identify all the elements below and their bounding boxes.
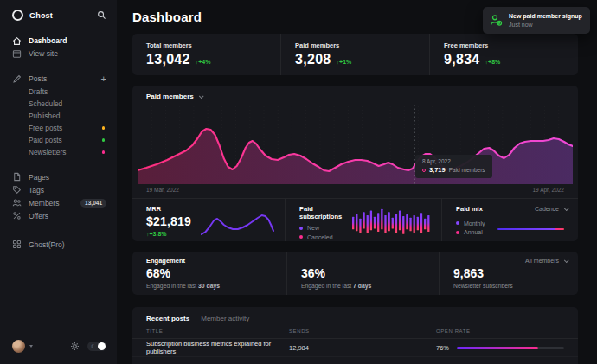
mrr-label: MRR	[146, 205, 191, 213]
paid-mix-label: Paid mix	[456, 205, 483, 213]
engagement-value: 9,863	[453, 266, 578, 280]
mix-monthly-segment	[498, 228, 555, 231]
mrr-value: $21,819	[146, 214, 191, 228]
chevron-down-icon[interactable]	[29, 345, 33, 348]
engagement-30d: Engagement 68% Engaged in the last 30 da…	[132, 252, 286, 295]
sidebar-item-label: Dashboard	[29, 36, 67, 45]
open-rate-bar	[457, 347, 564, 349]
toggle-knob	[98, 342, 106, 350]
sidebar-item-pages[interactable]: Pages	[12, 171, 106, 183]
paid-mix-bar-chart	[498, 228, 564, 231]
stat-delta: ↑+1%	[337, 59, 352, 65]
edit-icon	[12, 74, 22, 84]
search-icon[interactable]	[97, 10, 106, 20]
chevron-down-icon	[564, 206, 569, 211]
sidebar-item-label: Ghost(Pro)	[29, 240, 65, 249]
table-row[interactable]: Subscription business metrics explained …	[132, 339, 578, 357]
tab-recent-posts[interactable]: Recent posts	[146, 315, 189, 322]
sidebar-item-dashboard[interactable]: Dashboard	[12, 35, 106, 47]
all-members-dropdown[interactable]: All members	[525, 258, 568, 264]
members-count-badge: 13,041	[80, 199, 106, 208]
stat-label: Total members	[146, 42, 280, 49]
free-posts-dot	[102, 126, 106, 130]
paid-subscriptions-label: Paid subscriptions	[299, 205, 344, 220]
stat-label: Paid members	[295, 42, 429, 49]
mix-annual-segment	[555, 228, 564, 231]
sidebar-item-label: Paid posts	[29, 136, 62, 144]
chart-tooltip: 8 Apr, 2022 3,719 Paid members	[415, 155, 492, 179]
sidebar-item-ghost-pro[interactable]: Ghost(Pro)	[12, 239, 106, 251]
tag-icon	[12, 185, 22, 195]
percent-icon	[12, 211, 22, 220]
sidebar-item-offers[interactable]: Offers	[12, 210, 106, 222]
members-icon	[12, 198, 22, 208]
tooltip-value: 3,719	[429, 166, 446, 174]
sidebar-item-label: Free posts	[29, 124, 62, 132]
sidebar-item-view-site[interactable]: View site	[12, 48, 106, 60]
chart-x-axis: 19 Mar, 2022 19 Apr, 2022	[132, 184, 578, 198]
axis-start-date: 19 Mar, 2022	[146, 187, 179, 193]
sidebar-item-paid-posts[interactable]: Paid posts	[12, 134, 106, 146]
table-header: TITLE SENDS OPEN RATE	[132, 329, 578, 339]
paid-members-chart: 8 Apr, 2022 3,719 Paid members	[138, 105, 573, 184]
stat-value: 13,042	[146, 52, 190, 67]
notification-toast[interactable]: New paid member signup Just now	[483, 7, 590, 34]
sidebar-item-drafts[interactable]: Drafts	[12, 86, 106, 98]
member-stats-card: Total members 13,042 ↑+4% Paid members 3…	[132, 34, 578, 75]
sidebar-item-label: View site	[29, 49, 58, 58]
sidebar-item-label: Newsletters	[29, 148, 66, 156]
sidebar-nav: Dashboard View site Posts + Drafts Sched…	[0, 28, 117, 331]
stat-free-members: Free members 9,834 ↑+8%	[429, 34, 578, 75]
user-avatar[interactable]	[12, 340, 25, 353]
app-window: Ghost Dashboard View site Posts + Drafts…	[0, 0, 597, 364]
settings-gear-icon[interactable]	[70, 342, 80, 351]
cadence-dropdown[interactable]: Cadence	[535, 206, 568, 212]
legend-dot-icon	[299, 235, 303, 239]
sidebar-item-posts[interactable]: Posts +	[12, 73, 106, 85]
sidebar-item-scheduled[interactable]: Scheduled	[12, 98, 106, 110]
sidebar-item-label: Scheduled	[29, 99, 62, 108]
toast-title: New paid member signup	[509, 13, 582, 19]
legend-canceled: Canceled	[299, 234, 344, 240]
dark-mode-toggle[interactable]: ☾	[87, 342, 106, 351]
moon-icon: ☾	[91, 343, 96, 349]
chart-title: Paid members	[146, 93, 194, 100]
new-post-button[interactable]: +	[101, 75, 106, 83]
engagement-caption: Engaged in the last 30 days	[146, 283, 286, 289]
sidebar-item-published[interactable]: Published	[12, 110, 106, 122]
sidebar: Ghost Dashboard View site Posts + Drafts…	[0, 0, 117, 364]
stat-total-members: Total members 13,042 ↑+4%	[132, 34, 280, 75]
recent-posts-card: Recent posts Member activity TITLE SENDS…	[132, 307, 578, 364]
engagement-title: Engagement	[146, 257, 286, 265]
sidebar-item-members[interactable]: Members 13,041	[12, 197, 106, 209]
engagement-caption: Engaged in the last 7 days	[301, 283, 439, 289]
paid-members-overview-card: Paid members 8 Apr, 2022 3,719 Paid memb…	[132, 86, 578, 241]
subscriptions-bar-chart	[351, 207, 431, 241]
col-sends: SENDS	[289, 329, 436, 334]
sidebar-item-free-posts[interactable]: Free posts	[12, 122, 106, 134]
paid-mix-section: Paid mix Cadence Monthly Annual	[441, 199, 578, 241]
open-rate-cell: 76%	[436, 344, 564, 352]
chevron-down-icon[interactable]	[199, 93, 204, 99]
legend-monthly: Monthly	[456, 220, 485, 227]
axis-end-date: 19 Apr, 2022	[532, 187, 564, 193]
engagement-7d: 36% Engaged in the last 7 days	[286, 252, 439, 295]
tab-member-activity[interactable]: Member activity	[201, 315, 249, 322]
stat-value: 3,208	[295, 52, 331, 67]
sidebar-item-label: Posts	[29, 74, 47, 83]
stat-paid-members: Paid members 3,208 ↑+1%	[280, 34, 429, 75]
table-row[interactable]: How to create a valuable offer that conv…	[132, 357, 578, 364]
sidebar-item-tags[interactable]: Tags	[12, 184, 106, 196]
col-open-rate: OPEN RATE	[436, 329, 564, 334]
legend-annual: Annual	[456, 229, 485, 235]
home-icon	[12, 36, 22, 46]
newsletters-dot	[102, 150, 106, 154]
sidebar-item-newsletters[interactable]: Newsletters	[12, 146, 106, 158]
open-rate-fill	[457, 347, 538, 349]
sidebar-item-label: Drafts	[29, 87, 48, 96]
col-title: TITLE	[146, 329, 289, 334]
sidebar-item-label: Offers	[29, 212, 48, 220]
legend-new: New	[299, 225, 344, 231]
mrr-delta: ↑+3.8%	[146, 231, 191, 237]
mrr-sparkline	[200, 209, 274, 239]
